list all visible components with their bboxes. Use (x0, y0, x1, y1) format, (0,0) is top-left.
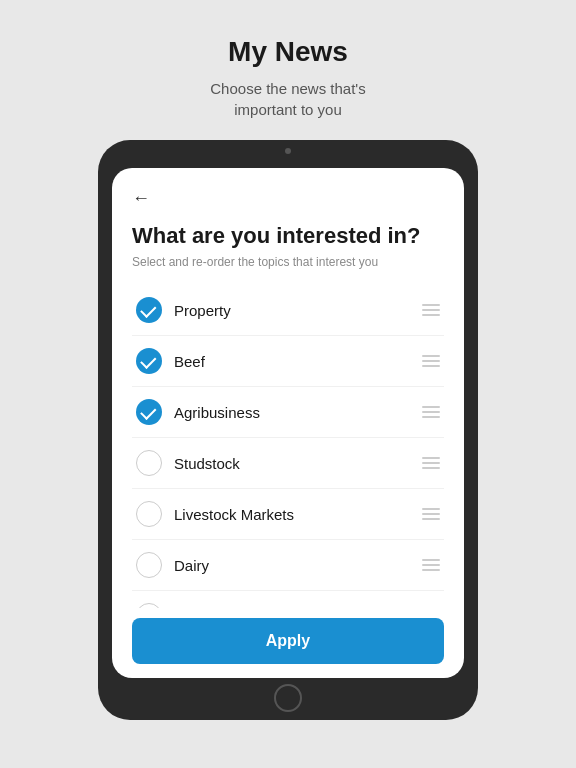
checkbox-unchecked-dairy[interactable] (136, 552, 162, 578)
list-item[interactable]: Property (132, 285, 444, 336)
topic-label-beef: Beef (174, 353, 205, 370)
page-subtitle: Choose the news that'simportant to you (210, 78, 365, 120)
screen-title: What are you interested in? (132, 223, 444, 249)
topic-label-livestock: Livestock Markets (174, 506, 294, 523)
list-item[interactable]: Cropping (132, 591, 444, 608)
screen-subtitle: Select and re-order the topics that inte… (132, 255, 444, 269)
drag-handle-livestock[interactable] (422, 508, 440, 520)
page-title: My News (210, 36, 365, 68)
drag-handle-beef[interactable] (422, 355, 440, 367)
tablet-device: ← What are you interested in? Select and… (98, 140, 478, 720)
back-button[interactable]: ← (132, 188, 150, 209)
tablet-camera (285, 148, 291, 154)
screen-content: ← What are you interested in? Select and… (112, 168, 464, 608)
list-item[interactable]: Dairy (132, 540, 444, 591)
topic-left: Livestock Markets (136, 501, 294, 527)
checkbox-checked-beef[interactable] (136, 348, 162, 374)
tablet-screen: ← What are you interested in? Select and… (112, 168, 464, 678)
apply-button[interactable]: Apply (132, 618, 444, 664)
topic-label-dairy: Dairy (174, 557, 209, 574)
list-item[interactable]: Livestock Markets (132, 489, 444, 540)
topic-label-property: Property (174, 302, 231, 319)
drag-handle-agribusiness[interactable] (422, 406, 440, 418)
topic-left: Agribusiness (136, 399, 260, 425)
checkbox-checked-agribusiness[interactable] (136, 399, 162, 425)
tablet-home-button[interactable] (274, 684, 302, 712)
topic-left: Dairy (136, 552, 209, 578)
list-item[interactable]: Beef (132, 336, 444, 387)
apply-button-container: Apply (112, 608, 464, 678)
drag-handle-studstock[interactable] (422, 457, 440, 469)
checkbox-checked-property[interactable] (136, 297, 162, 323)
list-item[interactable]: Studstock (132, 438, 444, 489)
page-header: My News Choose the news that'simportant … (210, 0, 365, 120)
topic-label-agribusiness: Agribusiness (174, 404, 260, 421)
checkbox-unchecked-livestock[interactable] (136, 501, 162, 527)
topic-left: Property (136, 297, 231, 323)
list-item[interactable]: Agribusiness (132, 387, 444, 438)
checkbox-unchecked-studstock[interactable] (136, 450, 162, 476)
topic-list: Property Beef (132, 285, 444, 608)
topic-left: Beef (136, 348, 205, 374)
drag-handle-property[interactable] (422, 304, 440, 316)
topic-left: Studstock (136, 450, 240, 476)
drag-handle-dairy[interactable] (422, 559, 440, 571)
topic-label-studstock: Studstock (174, 455, 240, 472)
